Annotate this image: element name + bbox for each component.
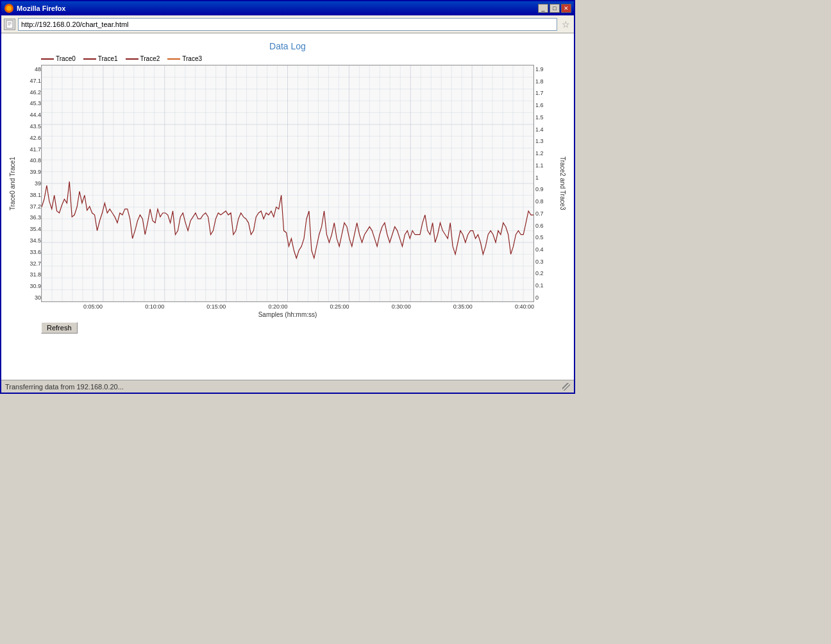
legend-label-trace1: Trace1: [98, 55, 118, 62]
status-bar: Transferring data from 192.168.0.20...: [1, 380, 574, 393]
titlebar: Mozilla Firefox _ □ ✕: [1, 1, 574, 15]
y-right-08: 0.8: [535, 198, 557, 205]
y-axis-left: 48 47.1 46.2 45.3 44.4 43.5 42.6 41.7 40…: [18, 65, 41, 302]
y-axis-right: 1.9 1.8 1.7 1.6 1.5 1.4 1.3 1.2 1.1 1 0.…: [534, 65, 557, 302]
y-left-426: 42.6: [18, 135, 41, 141]
y-right-01: 0.1: [535, 282, 557, 289]
address-bar: [18, 18, 557, 31]
y-axis-right-label: Trace2 and Trace3: [557, 65, 566, 302]
x-tick-3500: 0:35:00: [453, 303, 473, 310]
x-tick-2000: 0:20:00: [268, 303, 287, 310]
y-right-11: 1.1: [535, 162, 557, 169]
y-left-354: 35.4: [18, 226, 41, 232]
y-left-30: 30: [18, 294, 41, 301]
y-right-1: 1: [535, 174, 557, 181]
y-right-09: 0.9: [535, 186, 557, 192]
y-right-02: 0.2: [535, 270, 557, 276]
legend-line-trace1: [83, 58, 96, 60]
y-right-15: 1.5: [535, 114, 557, 121]
y-left-372: 37.2: [18, 203, 41, 210]
y-left-363: 36.3: [18, 214, 41, 221]
content-area: Data Log Trace0 Trace1 Trace2 Trace3: [1, 33, 574, 380]
y-left-417: 41.7: [18, 146, 41, 153]
close-button[interactable]: ✕: [561, 4, 571, 13]
legend-label-trace3: Trace3: [182, 55, 202, 62]
y-left-408: 40.8: [18, 157, 41, 164]
y-right-18: 1.8: [535, 78, 557, 85]
bookmark-star-icon[interactable]: ☆: [560, 19, 571, 30]
y-left-309: 30.9: [18, 283, 41, 289]
titlebar-buttons: _ □ ✕: [538, 4, 571, 13]
x-tick-2500: 0:25:00: [330, 303, 349, 310]
y-right-07: 0.7: [535, 210, 557, 217]
x-tick-4000: 0:40:00: [515, 303, 534, 310]
legend-item-trace0: Trace0: [41, 55, 76, 62]
x-tick-1500: 0:15:00: [206, 303, 226, 310]
y-left-471: 47.1: [18, 78, 41, 84]
y-left-381: 38.1: [18, 192, 41, 198]
y-right-03: 0.3: [535, 258, 557, 265]
y-axis-left-label: Trace0 and Trace1: [9, 65, 18, 302]
y-left-48: 48: [18, 66, 41, 72]
chart-container: Data Log Trace0 Trace1 Trace2 Trace3: [6, 38, 569, 336]
y-right-06: 0.6: [535, 223, 557, 229]
y-left-318: 31.8: [18, 271, 41, 278]
refresh-button[interactable]: Refresh: [41, 322, 78, 334]
svg-rect-2: [6, 21, 13, 28]
legend-line-trace2: [126, 58, 138, 60]
titlebar-left: Mozilla Firefox: [4, 3, 65, 13]
y-left-444: 44.4: [18, 112, 41, 118]
legend-line-trace0: [41, 58, 54, 60]
legend-label-trace2: Trace2: [140, 55, 160, 62]
y-right-0: 0: [535, 294, 557, 301]
chart-wrapper: Trace0 and Trace1 48 47.1 46.2 45.3 44.4…: [9, 65, 566, 302]
y-left-39: 39: [18, 180, 41, 187]
y-left-336: 33.6: [18, 249, 41, 255]
y-left-462: 46.2: [18, 89, 41, 96]
toolbar: ☆: [1, 15, 574, 33]
browser-window: Mozilla Firefox _ □ ✕ ☆ Data Log: [0, 0, 575, 394]
y-right-16: 1.6: [535, 102, 557, 108]
y-left-327: 32.7: [18, 260, 41, 267]
y-left-345: 34.5: [18, 237, 41, 244]
y-right-05: 0.5: [535, 234, 557, 241]
x-axis: 0:05:00 0:10:00 0:15:00 0:20:00 0:25:00 …: [41, 302, 534, 310]
y-left-435: 43.5: [18, 123, 41, 130]
y-right-04: 0.4: [535, 246, 557, 253]
resize-grip[interactable]: [562, 383, 570, 391]
x-tick-500: 0:05:00: [83, 303, 103, 310]
chart-plot: [41, 65, 534, 302]
x-tick-3000: 0:30:00: [392, 303, 411, 310]
maximize-button[interactable]: □: [550, 4, 560, 13]
legend-line-trace3: [167, 58, 180, 60]
x-tick-1000: 0:10:00: [145, 303, 164, 310]
y-right-17: 1.7: [535, 90, 557, 96]
y-right-12: 1.2: [535, 150, 557, 157]
address-input[interactable]: [18, 18, 557, 31]
legend-item-trace2: Trace2: [126, 55, 160, 62]
firefox-icon: [4, 3, 14, 13]
page-icon: [4, 19, 15, 30]
legend-item-trace1: Trace1: [83, 55, 118, 62]
y-left-453: 45.3: [18, 100, 41, 106]
y-left-399: 39.9: [18, 169, 41, 175]
minimize-button[interactable]: _: [538, 4, 548, 13]
y-right-14: 1.4: [535, 126, 557, 133]
svg-point-1: [6, 6, 12, 11]
chart-legend: Trace0 Trace1 Trace2 Trace3: [41, 55, 566, 62]
y-right-13: 1.3: [535, 138, 557, 144]
status-text: Transferring data from 192.168.0.20...: [5, 383, 124, 391]
window-title: Mozilla Firefox: [17, 4, 65, 12]
y-right-19: 1.9: [535, 66, 557, 72]
legend-item-trace3: Trace3: [167, 55, 202, 62]
chart-svg: [42, 65, 533, 301]
x-axis-label: Samples (hh:mm:ss): [9, 311, 566, 318]
legend-label-trace0: Trace0: [56, 55, 76, 62]
chart-title: Data Log: [9, 41, 566, 51]
